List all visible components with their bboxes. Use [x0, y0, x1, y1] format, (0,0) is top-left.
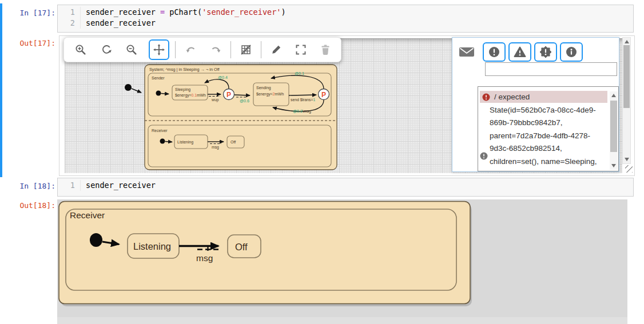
- report-burst-icon: [539, 46, 552, 58]
- transition-send[interactable]: [289, 95, 316, 95]
- active-cell-indicator: [0, 3, 2, 177]
- sending-energy-label: $energy=2mWh: [256, 92, 284, 97]
- line-number: 1: [58, 180, 81, 191]
- p-node-2-label: P: [321, 91, 326, 99]
- transition-send-label: send $trans=1: [291, 98, 316, 102]
- toolbar-separator: [230, 41, 231, 58]
- line-number: 1: [58, 7, 81, 18]
- pan-icon: [153, 43, 165, 56]
- receiver-chart-svg: Receiver Listening msg Off: [57, 199, 627, 324]
- code-text: sender_receiver: [81, 18, 156, 29]
- error-line: 9d3c-6852cb982514,: [480, 142, 607, 155]
- mail-icon[interactable]: [459, 46, 475, 58]
- chart-background-strip: [57, 317, 627, 324]
- redo-icon: [209, 43, 222, 56]
- scrollbar-thumb[interactable]: [610, 101, 617, 152]
- redo-button[interactable]: [206, 40, 225, 59]
- zoom-in-button[interactable]: [71, 40, 90, 59]
- pan-button[interactable]: [149, 39, 169, 60]
- error-list-scrollbar[interactable]: [610, 91, 618, 170]
- transition-p1-sending[interactable]: [234, 95, 250, 95]
- sender-initial-arrow: [161, 94, 169, 94]
- error-line: children=set(), name=Sleeping,: [480, 155, 607, 168]
- system-initial-arrow: [132, 89, 141, 93]
- in18-code-area[interactable]: 1 sender_receiver: [57, 178, 634, 197]
- output-resize-handle[interactable]: [625, 165, 633, 173]
- system-state-box[interactable]: [145, 65, 337, 170]
- toolbar-separator: [175, 41, 176, 58]
- state-off-label: Off: [235, 242, 248, 252]
- report-filter-button[interactable]: [534, 42, 557, 62]
- code-text: sender_receiver: [81, 180, 156, 191]
- delete-button[interactable]: [316, 40, 335, 59]
- fullscreen-icon: [295, 43, 307, 56]
- panel-icon-row: [459, 42, 586, 62]
- mail-icon-svg: [459, 46, 475, 58]
- scroll-down-arrow-icon[interactable]: [611, 164, 616, 167]
- error-icon: [488, 46, 500, 58]
- system-initial-dot[interactable]: [125, 84, 132, 91]
- error-filter-button[interactable]: [483, 42, 506, 62]
- transition-wup-label: wup: [211, 98, 219, 102]
- code-text: sender_receiver = pChart('sender_receive…: [81, 7, 286, 18]
- system-title: System; ^msg | in Sleeping → ¬ in Off: [149, 67, 220, 72]
- zoom-out-button[interactable]: [122, 40, 141, 59]
- in17-prompt: In [17]:: [0, 9, 55, 17]
- code-line[interactable]: 1 sender_receiver = pChart('sender_recei…: [58, 7, 633, 18]
- scroll-up-arrow-icon[interactable]: [611, 94, 616, 97]
- receiver-label: Receiver: [70, 210, 105, 220]
- zoom-reset-button[interactable]: [97, 40, 116, 59]
- out17-prompt: Out[17]:: [0, 39, 55, 47]
- p-node-1-label: P: [226, 91, 231, 99]
- line-number: 2: [58, 18, 81, 29]
- in17-code-area[interactable]: 1 sender_receiver = pChart('sender_recei…: [57, 5, 634, 33]
- scrollbar-thumb[interactable]: [623, 45, 630, 108]
- receiver-label: Receiver: [152, 129, 168, 133]
- undo-icon: [185, 43, 197, 56]
- warning-filter-button[interactable]: [508, 42, 531, 62]
- fullscreen-button[interactable]: [291, 40, 311, 59]
- error-line: State(id=562b0c7a-08cc-4de9-: [480, 104, 607, 117]
- statechart-svg[interactable]: System; ^msg | in Sleeping → ¬ in Off Se…: [120, 61, 343, 173]
- sender-initial-dot[interactable]: [156, 91, 161, 96]
- scroll-up-arrow-icon[interactable]: [625, 40, 629, 43]
- trash-icon: [319, 43, 332, 56]
- receiver-initial-dot[interactable]: [160, 139, 165, 144]
- error-line: parent=7d2a7bde-4dfb-4278-: [480, 130, 607, 142]
- transition-msg-label: msg: [212, 145, 219, 150]
- info-filter-button[interactable]: [560, 42, 583, 62]
- state-off-label: Off: [230, 140, 236, 144]
- widget-scrollbar[interactable]: [622, 37, 631, 164]
- code-line[interactable]: 2 sender_receiver: [58, 18, 633, 29]
- error-badge-icon: [482, 93, 490, 101]
- prob-04-label: @0.4: [218, 75, 228, 79]
- receiver-initial-arrow: [165, 142, 173, 142]
- undo-button[interactable]: [181, 40, 201, 59]
- initial-state-dot: [90, 233, 102, 247]
- transition-msg-label: msg: [196, 253, 213, 263]
- scroll-down-arrow-icon[interactable]: [625, 158, 629, 161]
- toolbar-separator: [261, 41, 261, 58]
- edit-button[interactable]: [267, 40, 286, 59]
- diagram-toolbar: [63, 37, 341, 62]
- zoom-reset-icon: [100, 43, 113, 56]
- in18-prompt: In [18]:: [0, 182, 55, 190]
- grid-off-icon: [240, 43, 252, 56]
- state-listening-label: Listening: [133, 241, 171, 251]
- prob-01-label: @0.1: [295, 71, 304, 75]
- sender-label: Sender: [152, 76, 165, 80]
- notebook-page: In [17]: 1 sender_receiver = pChart('sen…: [0, 0, 644, 324]
- grid-toggle-button[interactable]: [236, 40, 256, 59]
- sleeping-energy-label: $energy=0.1mWh: [175, 93, 206, 98]
- state-listening-label: Listening: [177, 140, 193, 145]
- prob-09-label: @0.9\msg: [293, 109, 311, 114]
- warning-icon: [514, 46, 526, 58]
- error-list[interactable]: / expected State(id=562b0c7a-08cc-4de9- …: [478, 86, 619, 171]
- code-line[interactable]: 1 sender_receiver: [58, 180, 633, 191]
- pencil-icon: [270, 43, 283, 56]
- error-list-header[interactable]: / expected: [480, 91, 607, 103]
- error-message-body: State(id=562b0c7a-08cc-4de9- 869b-79bbbc…: [480, 104, 607, 171]
- state-sleeping-label: Sleeping: [175, 87, 190, 92]
- error-line: 869b-79bbbc9842b7,: [480, 117, 607, 129]
- message-filter-input[interactable]: [485, 62, 617, 76]
